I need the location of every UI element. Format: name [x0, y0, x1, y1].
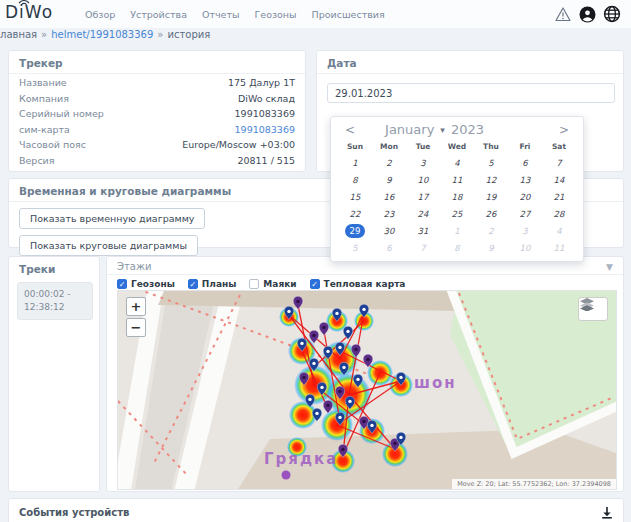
map-attribution: Move Z: 20; Lat: 55.7752362; Lon: 37.239… — [452, 479, 616, 489]
calendar-day[interactable]: 26 — [474, 205, 508, 222]
calendar-day[interactable]: 10 — [508, 239, 542, 256]
calendar-day[interactable]: 9 — [372, 171, 406, 188]
calendar-day[interactable]: 2 — [372, 154, 406, 171]
breadcrumb-root[interactable]: лавная — [0, 29, 37, 40]
calendar-day[interactable]: 20 — [508, 188, 542, 205]
date-panel-title: Дата — [317, 51, 623, 74]
show-time-diagram-button[interactable]: Показать временную диаграмму — [19, 208, 205, 229]
layer-checkbox-0[interactable]: ✓Геозоны — [117, 279, 175, 289]
calendar-day[interactable]: 3 — [508, 222, 542, 239]
layer-checkbox-3[interactable]: ✓Тепловая карта — [310, 279, 406, 289]
calendar-day[interactable]: 3 — [406, 154, 440, 171]
tracker-field-value: 175 Далур 1Т — [228, 77, 295, 88]
calendar-day[interactable]: 11 — [542, 239, 576, 256]
calendar-day[interactable]: 2 — [474, 222, 508, 239]
tracker-panel-title: Трекер — [9, 51, 305, 74]
calendar-day[interactable]: 1 — [440, 222, 474, 239]
nav-item-0[interactable]: Обзор — [85, 9, 115, 20]
calendar-day[interactable]: 7 — [542, 154, 576, 171]
calendar-month-label[interactable]: January — [385, 122, 434, 137]
calendar-day[interactable]: 21 — [542, 188, 576, 205]
tracker-row: Серийный номер1991083369 — [19, 106, 295, 122]
layer-checkbox-2[interactable]: Маяки — [249, 279, 296, 289]
download-icon[interactable] — [601, 506, 613, 519]
tracker-row: КомпанияDiWo склад — [19, 91, 295, 107]
layer-label: Тепловая карта — [324, 279, 406, 289]
track-list-item[interactable]: 00:00:02 - 12:38:12 — [17, 282, 93, 320]
weekday-label: Wed — [440, 141, 474, 153]
tracker-field-value: 1991083369 — [235, 108, 295, 119]
calendar-next-button[interactable]: > — [557, 123, 571, 137]
zoom-out-button[interactable]: − — [126, 318, 146, 337]
calendar-day[interactable]: 8 — [338, 171, 372, 188]
calendar-day[interactable]: 10 — [406, 171, 440, 188]
device-events-panel: События устройств — [8, 498, 624, 522]
alert-triangle-icon[interactable] — [554, 6, 572, 23]
calendar-day[interactable]: 13 — [508, 171, 542, 188]
tracker-field-value: 20811 / 515 — [237, 155, 295, 166]
sim-card-link[interactable]: 1991083369 — [235, 124, 295, 135]
app-logo[interactable]: DiWo — [5, 2, 53, 22]
calendar-day[interactable]: 14 — [542, 171, 576, 188]
nav-icons — [554, 5, 621, 23]
calendar-day[interactable]: 27 — [508, 205, 542, 222]
calendar-day[interactable]: 15 — [338, 188, 372, 205]
tracks-panel-title: Треки — [9, 257, 99, 279]
floors-panel: Этажи ▼ ✓Геозоны✓ПланыМаяки✓Тепловая кар… — [106, 256, 624, 492]
nav-item-4[interactable]: Происшествия — [312, 9, 385, 20]
main-menu: ОбзорУстройстваОтчетыГеозоныПроисшествия — [85, 0, 385, 28]
calendar-day[interactable]: 5 — [338, 239, 372, 256]
show-pie-diagrams-button[interactable]: Показать круговые диаграммы — [19, 235, 198, 256]
calendar-day[interactable]: 5 — [474, 154, 508, 171]
calendar-day[interactable]: 24 — [406, 205, 440, 222]
calendar-prev-button[interactable]: < — [343, 123, 357, 137]
chevron-down-icon[interactable]: ▼ — [606, 262, 613, 272]
calendar-day[interactable]: 11 — [440, 171, 474, 188]
breadcrumb-device-link[interactable]: helmet/1991083369 — [51, 29, 153, 40]
calendar-day[interactable]: 31 — [406, 222, 440, 239]
calendar-day[interactable]: 17 — [406, 188, 440, 205]
date-input[interactable] — [327, 83, 615, 103]
map-layers-button[interactable] — [578, 297, 608, 321]
tracker-row: Название175 Далур 1Т — [19, 75, 295, 91]
calendar-day[interactable]: 22 — [338, 205, 372, 222]
calendar-year-label[interactable]: 2023 — [451, 122, 484, 137]
calendar-header: < January ▾ 2023 > — [331, 117, 583, 139]
zoom-in-button[interactable]: + — [126, 297, 146, 316]
layers-icon — [579, 298, 595, 311]
tracker-row: сим-карта1991083369 — [19, 122, 295, 138]
globe-icon[interactable] — [603, 5, 621, 23]
calendar-day[interactable]: 4 — [440, 154, 474, 171]
calendar-day[interactable]: 28 — [542, 205, 576, 222]
calendar-day-selected[interactable]: 29 — [338, 222, 372, 239]
tracker-field-value: DiWo склад — [238, 93, 295, 104]
nav-item-2[interactable]: Отчеты — [202, 9, 240, 20]
top-nav: DiWo ОбзорУстройстваОтчетыГеозоныПроисше… — [0, 0, 631, 28]
calendar-day[interactable]: 6 — [372, 239, 406, 256]
calendar-day[interactable]: 19 — [474, 188, 508, 205]
calendar-day[interactable]: 9 — [474, 239, 508, 256]
calendar-day[interactable]: 18 — [440, 188, 474, 205]
tracks-panel: Треки 00:00:02 - 12:38:12 — [8, 256, 100, 492]
user-avatar-icon[interactable] — [579, 6, 596, 23]
map[interactable]: шонГрядка + − Move Z: 20; Lat: 55.775236… — [117, 290, 617, 490]
calendar-day[interactable]: 25 — [440, 205, 474, 222]
calendar-day[interactable]: 23 — [372, 205, 406, 222]
calendar-day[interactable]: 16 — [372, 188, 406, 205]
calendar-day[interactable]: 7 — [406, 239, 440, 256]
calendar-day[interactable]: 12 — [474, 171, 508, 188]
calendar-day-grid: 1234567891011121314151617181920212223242… — [331, 153, 583, 256]
calendar-day[interactable]: 4 — [542, 222, 576, 239]
layer-label: Маяки — [263, 279, 296, 289]
calendar-day[interactable]: 30 — [372, 222, 406, 239]
calendar-weekday-row: SunMonTueWedThuFriSat — [331, 139, 583, 153]
layer-checkbox-1[interactable]: ✓Планы — [188, 279, 237, 289]
nav-item-3[interactable]: Геозоны — [255, 9, 297, 20]
nav-item-1[interactable]: Устройства — [130, 9, 187, 20]
calendar-day[interactable]: 1 — [338, 154, 372, 171]
weekday-label: Sun — [338, 141, 372, 153]
calendar-day[interactable]: 8 — [440, 239, 474, 256]
checkbox-icon: ✓ — [310, 279, 320, 289]
caret-down-icon[interactable]: ▾ — [440, 125, 445, 135]
calendar-day[interactable]: 6 — [508, 154, 542, 171]
